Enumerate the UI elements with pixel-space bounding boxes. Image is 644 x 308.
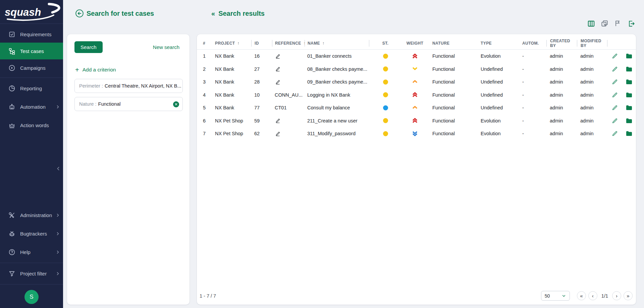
squash-logo[interactable]: squash bbox=[0, 0, 63, 23]
cell-created-by: admin bbox=[546, 75, 577, 89]
page-size-select[interactable]: 50 bbox=[541, 291, 570, 301]
column-header-empty bbox=[607, 40, 622, 47]
table-row[interactable]: 4NX Bank10CONN_AU...Logging in NX BankFu… bbox=[197, 89, 636, 102]
folder-icon[interactable] bbox=[626, 66, 632, 72]
folder-icon[interactable] bbox=[626, 131, 632, 136]
column-header-st[interactable]: ST. bbox=[369, 40, 401, 47]
page-title: Search for test cases bbox=[87, 10, 154, 17]
flag-icon[interactable] bbox=[614, 19, 622, 28]
sidebar-item-help[interactable]: Help bbox=[0, 243, 63, 261]
sidebar-item-test-cases[interactable]: Test cases bbox=[0, 43, 63, 59]
folder-icon[interactable] bbox=[626, 105, 632, 110]
folder-icon[interactable] bbox=[626, 79, 632, 85]
reference-edit-icon[interactable] bbox=[275, 79, 281, 85]
reporting-icon bbox=[8, 85, 15, 92]
edit-icon[interactable] bbox=[612, 118, 618, 124]
column-header-type[interactable]: TYPE bbox=[477, 40, 518, 47]
sidebar-collapse-icon[interactable] bbox=[55, 166, 61, 171]
column-header-modified[interactable]: MODIFIED BY bbox=[577, 40, 607, 47]
edit-icon[interactable] bbox=[612, 53, 618, 59]
folder-icon[interactable] bbox=[626, 53, 632, 59]
sidebar-item-action-words[interactable]: Action words bbox=[0, 116, 63, 135]
cell-name: 09_Banker checks payme... bbox=[305, 75, 369, 89]
status-dot-yellow bbox=[383, 66, 388, 71]
criterion-value: Functional bbox=[98, 101, 121, 107]
edit-icon[interactable] bbox=[612, 105, 618, 111]
column-header-reference[interactable]: REFERENCE↑ bbox=[272, 40, 305, 47]
sidebar-item-label: Reporting bbox=[20, 86, 42, 91]
status-dot-yellow bbox=[383, 80, 388, 85]
remove-criterion-icon[interactable]: ✕ bbox=[173, 101, 179, 107]
export-icon[interactable] bbox=[627, 19, 635, 28]
add-criterion-button[interactable]: + Add a criterion bbox=[74, 66, 183, 73]
last-page-button[interactable]: » bbox=[624, 291, 633, 300]
edit-icon[interactable] bbox=[612, 92, 618, 98]
collapse-results-icon[interactable]: « bbox=[211, 10, 215, 17]
cell-status bbox=[369, 89, 401, 102]
edit-icon[interactable] bbox=[612, 131, 618, 137]
user-avatar[interactable]: S bbox=[24, 290, 39, 304]
cell-status bbox=[369, 50, 401, 63]
column-header-nature[interactable]: NATURE bbox=[428, 40, 477, 47]
cell-id: 62 bbox=[251, 127, 272, 140]
cell-id: 16 bbox=[251, 50, 272, 63]
page-indicator: 1/1 bbox=[601, 293, 608, 299]
table-row[interactable]: 5NX Bank77CT01Consult my balanceFunction… bbox=[197, 101, 636, 114]
sidebar-item-requirements[interactable]: Requirements bbox=[0, 26, 63, 43]
new-search-link[interactable]: New search bbox=[153, 44, 179, 50]
sidebar-item-campaigns[interactable]: Campaigns bbox=[0, 59, 63, 76]
automation-icon bbox=[8, 103, 15, 111]
column-header-weight[interactable]: WEIGHT bbox=[401, 40, 428, 47]
compare-results-icon[interactable] bbox=[600, 19, 608, 28]
cell-project: NX Bank bbox=[212, 89, 251, 102]
column-header-label: PROJECT bbox=[215, 41, 235, 46]
search-results-header[interactable]: « Search results bbox=[211, 10, 265, 17]
table-row[interactable]: 1NX Bank1601_Banker connectsFunctionalEv… bbox=[197, 50, 636, 63]
column-header-num[interactable]: # bbox=[197, 40, 212, 47]
cell-folder-action bbox=[622, 114, 636, 127]
sidebar-item-automation[interactable]: Automation bbox=[0, 98, 63, 116]
column-header-project[interactable]: PROJECT↑ bbox=[212, 40, 251, 47]
requirements-icon bbox=[8, 31, 15, 38]
previous-page-button[interactable]: ‹ bbox=[588, 291, 597, 300]
column-header-name[interactable]: NAME↑ bbox=[305, 40, 369, 47]
columns-icon[interactable] bbox=[587, 19, 595, 28]
cell-edit-action bbox=[607, 127, 622, 140]
chevron-down-icon bbox=[561, 294, 566, 298]
next-page-button[interactable]: › bbox=[612, 291, 621, 300]
sidebar-item-administration[interactable]: Administration bbox=[0, 206, 63, 224]
column-header-created[interactable]: CREATED BY bbox=[546, 40, 577, 47]
column-header-autom[interactable]: AUTOM. bbox=[518, 40, 546, 47]
column-header-id[interactable]: ID bbox=[251, 40, 272, 47]
cell-name: 01_Banker connects bbox=[305, 50, 369, 63]
table-row[interactable]: 7NX Pet Shop62311_Modify_passwordFunctio… bbox=[197, 127, 636, 140]
sidebar-item-bugtrackers[interactable]: Bugtrackers bbox=[0, 224, 63, 243]
reference-edit-icon[interactable] bbox=[275, 66, 281, 72]
reference-edit-icon[interactable] bbox=[275, 131, 281, 137]
search-button[interactable]: Search bbox=[74, 41, 103, 53]
sidebar-item-label: Bugtrackers bbox=[20, 231, 47, 237]
table-row[interactable]: 6NX Pet Shop59211_Create a new userFunct… bbox=[197, 114, 636, 127]
folder-icon[interactable] bbox=[626, 118, 632, 123]
cell-reference bbox=[272, 63, 305, 76]
page-size-value: 50 bbox=[545, 293, 550, 299]
criterion-nature[interactable]: Nature :Functional✕ bbox=[74, 97, 183, 111]
table-row[interactable]: 2NX Bank2708_Banker checks payme...Funct… bbox=[197, 63, 636, 76]
edit-icon[interactable] bbox=[612, 66, 618, 72]
sidebar-item-project-filter[interactable]: Project filter bbox=[0, 264, 63, 283]
edit-icon[interactable] bbox=[612, 79, 618, 85]
first-page-button[interactable]: « bbox=[577, 291, 586, 300]
cell-folder-action bbox=[622, 101, 636, 114]
criterion-perimeter[interactable]: Perimeter :Central Theatre, NX Airport, … bbox=[74, 79, 183, 93]
cell-name: Consult my balance bbox=[305, 101, 369, 114]
sidebar-item-label: Project filter bbox=[20, 271, 47, 276]
cell-weight bbox=[401, 127, 428, 140]
reference-edit-icon[interactable] bbox=[275, 117, 281, 124]
back-button[interactable] bbox=[75, 9, 84, 18]
table-row[interactable]: 3NX Bank2809_Banker checks payme...Funct… bbox=[197, 75, 636, 89]
reference-edit-icon[interactable] bbox=[275, 53, 281, 59]
cell-autom: - bbox=[518, 101, 546, 114]
sidebar-item-label: Automation bbox=[20, 104, 46, 110]
sidebar-item-reporting[interactable]: Reporting bbox=[0, 79, 63, 98]
folder-icon[interactable] bbox=[626, 92, 632, 98]
